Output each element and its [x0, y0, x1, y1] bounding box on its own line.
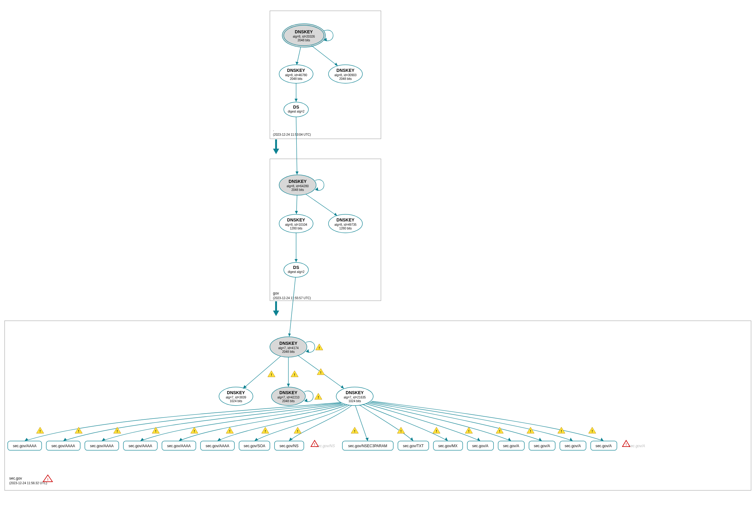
svg-text:!: ! [530, 429, 531, 433]
svg-marker-125 [477, 438, 480, 441]
svg-marker-115 [63, 438, 67, 441]
svg-text:sec.gov/A: sec.gov/A [629, 444, 645, 448]
svg-text:2048 bits: 2048 bits [291, 188, 304, 192]
zone-secgov-error-icon: ! [43, 475, 52, 482]
svg-text:!: ! [314, 442, 315, 446]
svg-text:digest alg=2: digest alg=2 [288, 110, 305, 113]
svg-text:sec.gov/A: sec.gov/A [503, 444, 520, 448]
zone-root-label: . [273, 128, 274, 132]
svg-text:DNSKEY: DNSKEY [287, 68, 305, 73]
svg-text:sec.gov/NSEC3PARAM: sec.gov/NSEC3PARAM [348, 444, 388, 448]
node-gov-zsk1: DNSKEY alg=8, id=10104 1280 bits [279, 214, 313, 233]
svg-text:alg=7, id=3839: alg=7, id=3839 [226, 396, 246, 399]
svg-marker-124 [445, 437, 448, 441]
svg-marker-128 [570, 438, 573, 441]
svg-text:sec.gov/AAAA: sec.gov/AAAA [129, 444, 152, 448]
zone-gov-label: gov [273, 291, 279, 295]
node-gov-ksk: DNSKEY alg=8, id=64280 2048 bits [279, 175, 324, 195]
svg-marker-121 [289, 438, 293, 441]
warn-icon: ! [291, 371, 298, 377]
svg-text:!: ! [468, 429, 470, 433]
svg-text:alg=7, id=21635: alg=7, id=21635 [344, 396, 366, 399]
node-root-ds: DS digest alg=2 [284, 102, 309, 117]
svg-text:sec.gov/AAAA: sec.gov/AAAA [167, 444, 191, 448]
svg-text:DS: DS [293, 105, 299, 110]
zone-secgov-label: sec.gov [9, 476, 22, 481]
svg-text:sec.gov/AAAA: sec.gov/AAAA [206, 444, 230, 448]
svg-text:1024 bits: 1024 bits [349, 399, 361, 403]
svg-text:!: ! [117, 429, 118, 433]
svg-text:2048 bits: 2048 bits [298, 39, 310, 42]
svg-text:alg=8, id=20326: alg=8, id=20326 [293, 35, 315, 38]
svg-text:sec.gov/AAAA: sec.gov/AAAA [13, 444, 37, 448]
node-gov-zsk2: DNSKEY alg=8, id=49735 1280 bits [329, 214, 363, 233]
svg-text:sec.gov/NS: sec.gov/NS [316, 444, 335, 448]
svg-marker-117 [140, 438, 144, 441]
warn-icon: ! [268, 371, 275, 377]
node-gov-ds: DS digest alg=2 [284, 262, 309, 277]
svg-text:2048 bits: 2048 bits [339, 77, 352, 81]
svg-text:sec.gov/A: sec.gov/A [565, 444, 581, 448]
svg-marker-119 [217, 438, 221, 441]
node-sec-zsk1: DNSKEY alg=7, id=3839 1024 bits [219, 387, 253, 406]
svg-marker-118 [179, 438, 183, 441]
svg-text:!: ! [626, 442, 627, 446]
svg-text:2048 bits: 2048 bits [290, 77, 303, 81]
svg-text:DNSKEY: DNSKEY [280, 341, 298, 346]
svg-text:!: ! [319, 346, 320, 350]
svg-text:2048 bits: 2048 bits [282, 399, 295, 403]
svg-text:!: ! [271, 373, 272, 377]
svg-text:!: ! [294, 373, 295, 377]
svg-text:sec.gov/A: sec.gov/A [472, 444, 489, 448]
svg-marker-127 [539, 438, 542, 441]
svg-text:!: ! [40, 429, 41, 433]
node-sec-zsk2: DNSKEY alg=7, id=42210 2048 bits ! [271, 387, 322, 406]
svg-text:alg=8, id=46780: alg=8, id=46780 [285, 73, 307, 77]
svg-marker-114 [25, 438, 28, 441]
node-sec-zsk3: DNSKEY alg=7, id=21635 1024 bits [336, 387, 373, 406]
zone-root-timestamp: (2023-12-24 11:53:04 UTC) [273, 133, 311, 136]
svg-marker-19 [295, 99, 298, 102]
svg-marker-116 [102, 438, 105, 441]
svg-marker-51 [288, 333, 291, 336]
svg-text:DNSKEY: DNSKEY [280, 390, 298, 395]
svg-text:!: ! [354, 429, 355, 433]
svg-marker-123 [410, 437, 413, 441]
rr-row: sec.gov/AAAA sec.gov/AAAA sec.gov/AAAA s… [8, 440, 645, 450]
svg-marker-122 [365, 438, 368, 441]
svg-text:DNSKEY: DNSKEY [337, 217, 355, 222]
svg-text:!: ! [318, 395, 319, 399]
svg-text:DNSKEY: DNSKEY [346, 390, 364, 395]
svg-text:sec.gov/NS: sec.gov/NS [280, 444, 298, 448]
svg-text:sec.gov/MX: sec.gov/MX [438, 444, 458, 448]
svg-text:!: ! [47, 478, 48, 481]
svg-text:sec.gov/TXT: sec.gov/TXT [403, 444, 424, 448]
svg-marker-38 [295, 211, 298, 214]
node-sec-ksk: DNSKEY alg=7, id=4174 2048 bits ! [270, 337, 323, 357]
zone-gov-timestamp: (2023-12-24 11:55:57 UTC) [273, 296, 311, 300]
svg-marker-41 [273, 310, 279, 316]
svg-text:alg=7, id=42210: alg=7, id=42210 [277, 396, 300, 399]
svg-text:!: ! [229, 429, 230, 433]
zone-secgov-box [5, 321, 751, 491]
warn-icon: ! [314, 393, 322, 399]
node-root-zsk2: DNSKEY alg=8, id=30903 2048 bits [329, 65, 363, 83]
svg-text:!: ! [320, 371, 321, 374]
error-icon: ! [622, 440, 630, 447]
svg-marker-17 [295, 62, 299, 65]
svg-text:DNSKEY: DNSKEY [227, 390, 245, 395]
svg-text:!: ! [561, 429, 562, 433]
svg-marker-18 [335, 63, 338, 66]
svg-text:!: ! [194, 429, 195, 433]
svg-text:alg=8, id=30903: alg=8, id=30903 [334, 73, 357, 77]
svg-marker-129 [601, 438, 604, 441]
svg-text:sec.gov/AAAA: sec.gov/AAAA [51, 444, 75, 448]
svg-text:!: ! [499, 429, 500, 433]
svg-text:!: ! [400, 429, 402, 433]
node-root-zsk1: DNSKEY alg=8, id=46780 2048 bits [279, 65, 313, 83]
svg-marker-39 [334, 213, 337, 216]
svg-marker-20 [273, 149, 279, 154]
svg-text:!: ! [155, 429, 156, 433]
svg-text:alg=7, id=4174: alg=7, id=4174 [278, 346, 299, 350]
svg-text:sec.gov/A: sec.gov/A [596, 444, 612, 448]
